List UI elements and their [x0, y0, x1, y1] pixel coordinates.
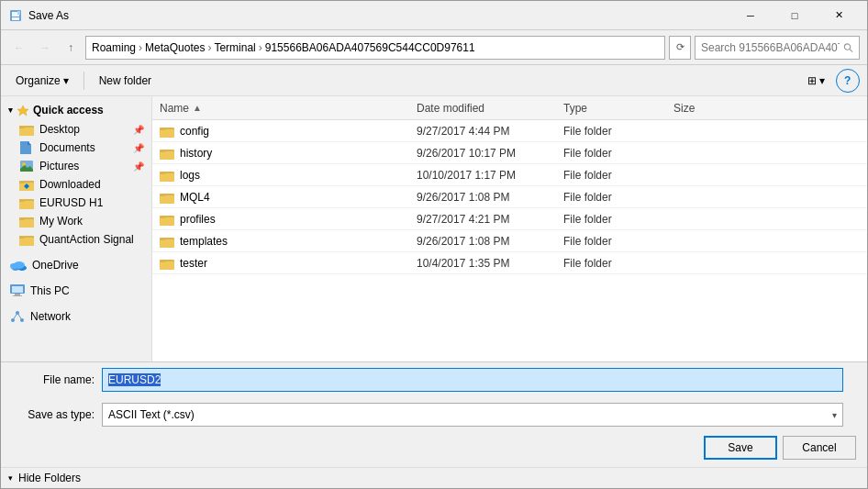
- table-row[interactable]: config 9/27/2017 4:44 PM File folder: [152, 120, 867, 142]
- quick-access-label: Quick access: [33, 104, 104, 117]
- svg-rect-3: [12, 17, 19, 20]
- search-input[interactable]: [701, 41, 840, 54]
- file-type: File folder: [563, 213, 673, 226]
- organize-button[interactable]: Organize ▾: [8, 69, 76, 93]
- file-type: File folder: [563, 191, 673, 204]
- file-type: File folder: [563, 169, 673, 182]
- hide-folders-bar[interactable]: ▾ Hide Folders: [1, 467, 867, 488]
- eurusd-folder-icon: [19, 196, 34, 209]
- svg-rect-47: [160, 150, 165, 152]
- close-button[interactable]: ✕: [818, 1, 860, 30]
- sidebar-item-pictures[interactable]: Pictures 📌: [1, 157, 151, 175]
- pictures-label: Pictures: [39, 160, 79, 172]
- sidebar-item-network[interactable]: Network: [1, 307, 151, 326]
- quick-access-header[interactable]: ▾ Quick access: [1, 100, 151, 120]
- col-header-date[interactable]: Date modified: [417, 102, 563, 115]
- sidebar-item-mywork[interactable]: My Work: [1, 212, 151, 230]
- folder-icon: [160, 235, 174, 248]
- file-type: File folder: [563, 235, 673, 248]
- savetype-dropdown[interactable]: ASCII Text (*.csv) ▾: [102, 403, 843, 427]
- network-icon: [10, 310, 25, 323]
- file-rows-container: config 9/27/2017 4:44 PM File folder his…: [152, 120, 867, 274]
- eurusd-label: EURUSD H1: [39, 196, 103, 209]
- col-header-type[interactable]: Type: [563, 102, 673, 115]
- onedrive-label: OneDrive: [32, 259, 79, 272]
- quick-access-arrow: ▾: [8, 106, 13, 115]
- refresh-button[interactable]: ⟳: [669, 36, 691, 60]
- svg-rect-35: [15, 294, 20, 295]
- cancel-label: Cancel: [802, 441, 836, 454]
- file-list-header: Name ▲ Date modified Type Size: [152, 96, 867, 120]
- table-row[interactable]: logs 10/10/2017 1:17 PM File folder: [152, 164, 867, 186]
- filename-label: File name:: [12, 373, 95, 386]
- network-label: Network: [30, 310, 71, 323]
- savetype-label: Save as type:: [12, 408, 95, 421]
- button-row: Save Cancel: [1, 432, 867, 467]
- filename-input[interactable]: [102, 368, 843, 392]
- sidebar-item-eurusd[interactable]: EURUSD H1: [1, 194, 151, 212]
- cancel-button[interactable]: Cancel: [783, 436, 856, 460]
- onedrive-icon: [10, 260, 27, 271]
- view-button[interactable]: ⊞ ▾: [800, 69, 832, 93]
- col-header-name[interactable]: Name ▲: [160, 102, 417, 115]
- desktop-pin-icon: 📌: [133, 125, 144, 135]
- table-row[interactable]: profiles 9/27/2017 4:21 PM File folder: [152, 208, 867, 230]
- table-row[interactable]: history 9/26/2017 10:17 PM File folder: [152, 142, 867, 164]
- file-name: MQL4: [180, 191, 210, 204]
- pictures-icon: [19, 160, 34, 172]
- new-folder-button[interactable]: New folder: [92, 69, 159, 93]
- search-box[interactable]: [695, 36, 860, 60]
- svg-rect-2: [17, 11, 20, 15]
- file-name: logs: [180, 169, 200, 182]
- quantaction-folder-icon: [19, 233, 34, 246]
- svg-rect-62: [160, 260, 165, 262]
- svg-rect-9: [19, 126, 25, 128]
- table-row[interactable]: MQL4 9/26/2017 1:08 PM File folder: [152, 186, 867, 208]
- file-name: profiles: [180, 213, 216, 226]
- svg-rect-44: [160, 128, 165, 130]
- minimize-button[interactable]: ─: [729, 1, 772, 30]
- svg-rect-25: [19, 217, 25, 220]
- file-name: config: [180, 125, 209, 138]
- file-type: File folder: [563, 125, 673, 138]
- sidebar-item-documents[interactable]: Documents 📌: [1, 139, 151, 157]
- table-row[interactable]: templates 9/26/2017 1:08 PM File folder: [152, 230, 867, 252]
- svg-rect-24: [19, 219, 34, 228]
- breadcrumb-bar[interactable]: Roaming › MetaQuotes › Terminal › 915566…: [85, 36, 665, 60]
- sidebar-item-quantaction[interactable]: QuantAction Signal: [1, 230, 151, 249]
- save-label: Save: [728, 441, 752, 454]
- col-header-size[interactable]: Size: [673, 102, 765, 115]
- sidebar-item-desktop[interactable]: Desktop 📌: [1, 120, 151, 139]
- svg-rect-55: [160, 217, 174, 226]
- thispc-icon: [10, 284, 25, 297]
- svg-rect-28: [19, 236, 25, 239]
- svg-rect-50: [160, 172, 165, 174]
- folder-icon: [160, 213, 174, 226]
- documents-label: Documents: [39, 141, 95, 154]
- sidebar-divider-1: [1, 249, 151, 256]
- view-icon: ⊞: [807, 74, 817, 87]
- save-button[interactable]: Save: [704, 436, 777, 460]
- back-button[interactable]: ←: [8, 37, 30, 59]
- up-button[interactable]: ↑: [60, 37, 82, 59]
- help-button[interactable]: ?: [836, 69, 860, 93]
- file-date: 9/26/2017 1:08 PM: [417, 191, 563, 204]
- title-bar: Save As ─ □ ✕: [1, 1, 867, 30]
- window-controls: ─ □ ✕: [729, 1, 860, 30]
- svg-line-5: [850, 49, 852, 51]
- filename-row: File name:: [1, 362, 867, 397]
- sidebar-item-downloaded[interactable]: Downloaded: [1, 175, 151, 194]
- table-row[interactable]: tester 10/4/2017 1:35 PM File folder: [152, 252, 867, 274]
- toolbar: Organize ▾ New folder ⊞ ▾ ?: [1, 65, 867, 96]
- documents-pin-icon: 📌: [133, 143, 144, 153]
- forward-button[interactable]: →: [34, 37, 56, 59]
- maximize-button[interactable]: □: [773, 1, 816, 30]
- file-type: File folder: [563, 147, 673, 160]
- address-bar: ← → ↑ Roaming › MetaQuotes › Terminal › …: [1, 30, 867, 65]
- sidebar-item-onedrive[interactable]: OneDrive: [1, 256, 151, 274]
- file-date: 9/27/2017 4:21 PM: [417, 213, 563, 226]
- thispc-label: This PC: [30, 284, 70, 297]
- sidebar-item-thispc[interactable]: This PC: [1, 282, 151, 300]
- organize-label: Organize: [16, 74, 61, 87]
- svg-rect-21: [19, 201, 34, 209]
